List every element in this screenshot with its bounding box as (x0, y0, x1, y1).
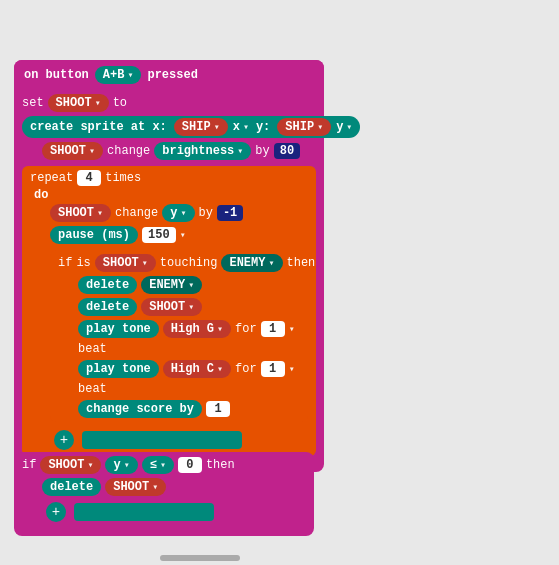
if-body: delete ENEMY ▾ delete (78, 276, 300, 418)
bottom-delete-row: delete SHOOT ▾ (42, 478, 306, 496)
horizontal-scrollbar[interactable] (160, 555, 240, 561)
bottom-delete-pill[interactable]: delete (42, 478, 101, 496)
high-g-pill[interactable]: High G ▾ (163, 320, 231, 338)
shoot-delete-pill[interactable]: SHOOT ▾ (141, 298, 202, 316)
change-score-row: change score by 1 (78, 400, 300, 418)
bottom-then-label: then (206, 458, 235, 472)
beat-label-2: beat (78, 382, 107, 396)
for-label-2: for (235, 362, 257, 376)
on-label: on button (24, 68, 89, 82)
brightness-pill[interactable]: brightness ▾ (154, 142, 251, 160)
brightness-value[interactable]: 80 (274, 143, 300, 159)
block-content: set SHOOT ▾ to create sprite at x: SHIP … (14, 90, 324, 462)
lte-value[interactable]: 0 (178, 457, 202, 473)
set-row: set SHOOT ▾ to create sprite at x: SHIP … (22, 94, 316, 138)
lte-pill[interactable]: ≤ ▾ (142, 456, 174, 474)
button-dropdown[interactable]: A+B ▾ (95, 66, 142, 84)
teal-bar-2 (74, 503, 214, 521)
change-y-label: change (115, 206, 158, 220)
delete-pill-2[interactable]: delete (78, 298, 137, 316)
then-label: then (287, 256, 316, 270)
bottom-y-pill[interactable]: y ▾ (105, 456, 137, 474)
teal-bar-1 (82, 431, 242, 449)
repeat-block: repeat 4 times do SHOOT ▾ change y (22, 166, 316, 456)
repeat-row: repeat 4 times (30, 170, 308, 186)
bottom-shoot-pill[interactable]: SHOOT ▾ (40, 456, 101, 474)
x-label: x (233, 120, 240, 134)
bottom-block-content: if SHOOT ▾ y ▾ ≤ ▾ 0 then del (14, 452, 314, 528)
play-tone-2-pill[interactable]: play tone (78, 360, 159, 378)
add-row-1: + (50, 428, 308, 452)
play-tone-1-pill[interactable]: play tone (78, 320, 159, 338)
beats-val-2[interactable]: 1 (261, 361, 285, 377)
pause-pill[interactable]: pause (ms) (50, 226, 138, 244)
times-label: times (105, 171, 141, 185)
repeat-value[interactable]: 4 (77, 170, 101, 186)
high-c-pill[interactable]: High C ▾ (163, 360, 231, 378)
beat-label-1: beat (78, 342, 107, 356)
delete-pill-1[interactable]: delete (78, 276, 137, 294)
y-change-value[interactable]: -1 (217, 205, 243, 221)
bottom-if-block: if SHOOT ▾ y ▾ ≤ ▾ 0 then del (14, 452, 314, 536)
repeat-body: SHOOT ▾ change y ▾ by -1 (50, 204, 308, 452)
pressed-label: pressed (147, 68, 197, 82)
bottom-shoot-delete-pill[interactable]: SHOOT ▾ (105, 478, 166, 496)
shoot-pill-3[interactable]: SHOOT ▾ (50, 204, 111, 222)
y-colon: y: (256, 120, 270, 134)
pause-value[interactable]: 150 (142, 227, 176, 243)
brightness-row: SHOOT ▾ change brightness ▾ by 80 (42, 142, 316, 160)
play-tone-2-row: play tone High C ▾ for 1 ▾ beat (78, 360, 300, 396)
button-arrow: ▾ (127, 69, 133, 81)
do-label: do (34, 188, 308, 202)
by-label: by (255, 144, 269, 158)
play-tone-1-row: play tone High G ▾ for 1 ▾ beat (78, 320, 300, 356)
beats-val-1[interactable]: 1 (261, 321, 285, 337)
is-label: is (76, 256, 90, 270)
ship2-pill[interactable]: SHIP ▾ (277, 118, 331, 136)
enemy-pill[interactable]: ENEMY ▾ (221, 254, 282, 272)
if-row: if is SHOOT ▾ touching ENEMY ▾ the (58, 254, 300, 272)
pause-row: pause (ms) 150 ▾ (50, 226, 308, 244)
for-label-1: for (235, 322, 257, 336)
create-sprite-pill[interactable]: create sprite at x: SHIP ▾ x ▾ y: SHIP ▾… (22, 116, 360, 138)
delete-enemy-row: delete ENEMY ▾ (78, 276, 300, 294)
event-header[interactable]: on button A+B ▾ pressed (14, 60, 324, 90)
bottom-if-row: if SHOOT ▾ y ▾ ≤ ▾ 0 then (22, 456, 306, 474)
shoot-pill-1[interactable]: SHOOT ▾ (48, 94, 109, 112)
y2-label: y (336, 120, 343, 134)
change-score-pill[interactable]: change score by (78, 400, 202, 418)
ship1-pill[interactable]: SHIP ▾ (174, 118, 228, 136)
score-value[interactable]: 1 (206, 401, 230, 417)
if-touching-block: if is SHOOT ▾ touching ENEMY ▾ the (50, 250, 308, 422)
repeat-label: repeat (30, 171, 73, 185)
enemy-delete-pill[interactable]: ENEMY ▾ (141, 276, 202, 294)
add-row-2: + (42, 500, 306, 524)
shoot-pill-if[interactable]: SHOOT ▾ (95, 254, 156, 272)
set-label: set (22, 96, 44, 110)
add-btn-1[interactable]: + (54, 430, 74, 450)
change-y-row: SHOOT ▾ change y ▾ by -1 (50, 204, 308, 222)
shoot-pill-2[interactable]: SHOOT ▾ (42, 142, 103, 160)
to-label: to (113, 96, 127, 110)
touching-label: touching (160, 256, 218, 270)
bottom-if-label: if (22, 458, 36, 472)
add-btn-2[interactable]: + (46, 502, 66, 522)
change-label: change (107, 144, 150, 158)
delete-shoot-row: delete SHOOT ▾ (78, 298, 300, 316)
y-pill[interactable]: y ▾ (162, 204, 194, 222)
by-label-2: by (199, 206, 213, 220)
main-block: on button A+B ▾ pressed set SHOOT ▾ to c… (14, 60, 324, 472)
if-label: if (58, 256, 72, 270)
